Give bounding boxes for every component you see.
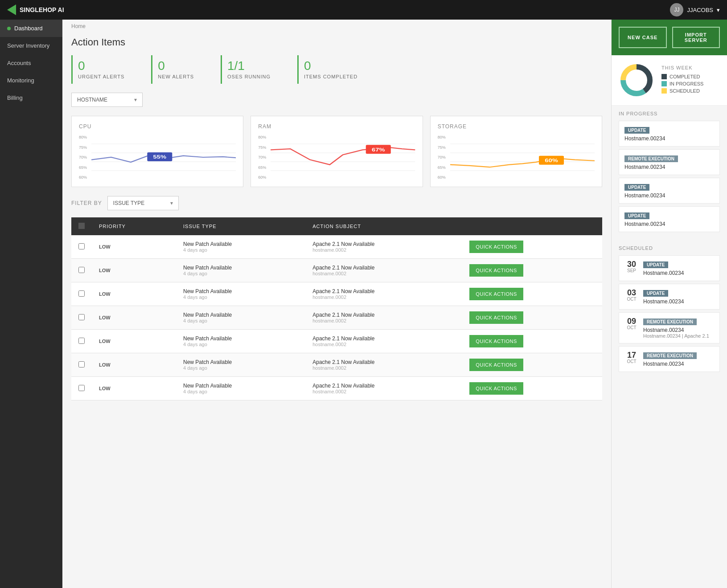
svg-text:55%: 55% — [153, 154, 167, 160]
row-actions: QUICK ACTIONS — [462, 330, 602, 353]
item-tag: UPDATE — [624, 212, 649, 219]
scheduled-title: SCHEDULED — [619, 245, 720, 251]
row-issue-type: New Patch Available 4 days ago — [176, 282, 305, 306]
in-progress-item: UPDATE Hostname.00234 — [619, 206, 720, 232]
stat-urgent-alerts: 0 URGENT ALERTS — [71, 55, 138, 84]
chart-y-labels: 80% 75% 70% 65% 60% — [79, 135, 87, 180]
sidebar-item-label: Monitoring — [7, 77, 34, 84]
storage-chart-svg: 60% — [450, 135, 595, 180]
scheduled-date: 03 OCT — [624, 289, 639, 302]
donut-chart-svg — [619, 62, 654, 98]
in-progress-item: UPDATE Hostname.00234 — [619, 121, 720, 147]
row-priority: LOW — [92, 306, 176, 330]
quick-actions-button[interactable]: QUICK ACTIONS — [469, 241, 523, 253]
stat-number: 0 — [304, 60, 357, 72]
scheduled-section: SCHEDULED 30 SEP UPDATE Hostname.00234 0… — [612, 240, 727, 380]
cpu-chart-svg: 55% — [91, 135, 236, 180]
avatar: JJ — [670, 3, 683, 16]
scheduled-date: 17 OCT — [624, 351, 639, 364]
stats-row: 0 URGENT ALERTS 0 NEW ALERTS 1/1 OSES RU… — [62, 55, 611, 93]
brand-label: SINGLEHOP AI — [20, 6, 64, 13]
stat-label: ITEMS COMPLETED — [304, 74, 357, 79]
row-checkbox[interactable] — [78, 314, 85, 320]
in-progress-item: UPDATE Hostname.00234 — [619, 178, 720, 204]
quick-actions-button[interactable]: QUICK ACTIONS — [469, 359, 523, 371]
cpu-chart: CPU 80% 75% 70% 65% 60% — [71, 116, 243, 187]
item-tag: REMOTE EXECUTION — [624, 155, 678, 162]
quick-actions-button[interactable]: QUICK ACTIONS — [469, 335, 523, 347]
item-tag: UPDATE — [643, 261, 668, 268]
row-priority: LOW — [92, 259, 176, 282]
sidebar-item-dashboard[interactable]: Dashboard — [0, 20, 62, 37]
chevron-down-icon: ▾ — [134, 97, 137, 103]
row-checkbox-cell — [71, 353, 92, 377]
user-menu[interactable]: JJ JJACOBS ▾ — [670, 3, 720, 16]
row-checkbox-cell — [71, 259, 92, 282]
row-checkbox[interactable] — [78, 243, 85, 249]
stat-number: 0 — [78, 60, 124, 72]
page-title: Action Items — [62, 33, 611, 55]
row-checkbox-cell — [71, 235, 92, 259]
table-row: LOW New Patch Available 4 days ago Apach… — [71, 259, 602, 282]
quick-actions-button[interactable]: QUICK ACTIONS — [469, 264, 523, 277]
row-checkbox[interactable] — [78, 361, 85, 368]
active-indicator — [7, 27, 11, 30]
item-tag: REMOTE EXECUTION — [643, 352, 697, 359]
chart-title: STORAGE — [438, 123, 595, 130]
row-action-subject: Apache 2.1 Now Available hostname.0002 — [305, 330, 462, 353]
sidebar-item-server-inventory[interactable]: Server Inventory — [0, 37, 62, 54]
legend-in-progress: IN PROGRESS — [661, 81, 720, 86]
hostname-dropdown[interactable]: HOSTNAME ▾ — [71, 93, 143, 107]
row-checkbox-cell — [71, 377, 92, 400]
item-hostname: Hostname.00234 — [624, 164, 714, 170]
stat-new-alerts: 0 NEW ALERTS — [151, 55, 207, 84]
in-progress-title: IN PROGRESS — [619, 111, 720, 116]
table-header-issue-type: ISSUE TYPE — [176, 217, 305, 235]
stat-items-completed: 0 ITEMS COMPLETED — [297, 55, 371, 84]
sidebar-item-billing[interactable]: Billing — [0, 89, 62, 106]
legend-label-scheduled: SCHEDULED — [669, 88, 700, 94]
legend-color-in-progress — [661, 81, 667, 86]
item-sub: Hostname.00234 | Apache 2.1 — [643, 333, 714, 339]
issue-type-dropdown[interactable]: ISSUE TYPE ▾ — [107, 196, 179, 210]
new-case-button[interactable]: NEW CASE — [619, 27, 667, 48]
charts-row: CPU 80% 75% 70% 65% 60% — [62, 116, 611, 196]
quick-actions-button[interactable]: QUICK ACTIONS — [469, 311, 523, 324]
panel-buttons: NEW CASE IMPORT SERVER — [612, 20, 727, 55]
legend-label-completed: COMPLETED — [669, 74, 700, 79]
item-hostname: Hostname.00234 — [643, 327, 714, 333]
row-action-subject: Apache 2.1 Now Available hostname.0002 — [305, 377, 462, 400]
row-issue-type: New Patch Available 4 days ago — [176, 306, 305, 330]
quick-actions-button[interactable]: QUICK ACTIONS — [469, 382, 523, 395]
table-section: PRIORITY ISSUE TYPE ACTION SUBJECT LOW N… — [62, 210, 611, 408]
item-hostname: Hostname.00234 — [643, 298, 714, 305]
row-checkbox[interactable] — [78, 290, 85, 297]
table-row: LOW New Patch Available 4 days ago Apach… — [71, 282, 602, 306]
chart-area: 80% 75% 70% 65% 60% — [438, 135, 595, 180]
scheduled-info: REMOTE EXECUTION Hostname.00234 Hostname… — [643, 317, 714, 339]
donut-legend: THIS WEEK COMPLETED IN PROGRESS SCHEDULE… — [661, 65, 720, 95]
import-server-button[interactable]: IMPORT SERVER — [672, 27, 720, 48]
table-header-priority: PRIORITY — [92, 217, 176, 235]
row-checkbox[interactable] — [78, 385, 85, 391]
quick-actions-button[interactable]: QUICK ACTIONS — [469, 288, 523, 300]
item-tag: UPDATE — [624, 127, 649, 134]
sidebar-item-monitoring[interactable]: Monitoring — [0, 72, 62, 89]
row-checkbox[interactable] — [78, 267, 85, 273]
row-actions: QUICK ACTIONS — [462, 259, 602, 282]
sidebar: Dashboard Server Inventory Accounts Moni… — [0, 20, 62, 588]
sidebar-item-accounts[interactable]: Accounts — [0, 54, 62, 72]
chart-title: CPU — [79, 123, 236, 130]
select-all-checkbox[interactable] — [78, 223, 85, 229]
legend-scheduled: SCHEDULED — [661, 88, 720, 94]
scheduled-item: 09 OCT REMOTE EXECUTION Hostname.00234 H… — [619, 312, 720, 343]
item-hostname: Hostname.00234 — [624, 135, 714, 142]
stat-number: 0 — [158, 60, 194, 72]
item-hostname: Hostname.00234 — [624, 221, 714, 227]
row-actions: QUICK ACTIONS — [462, 306, 602, 330]
table-row: LOW New Patch Available 4 days ago Apach… — [71, 353, 602, 377]
donut-section: THIS WEEK COMPLETED IN PROGRESS SCHEDULE… — [612, 55, 727, 106]
row-checkbox[interactable] — [78, 338, 85, 344]
row-actions: QUICK ACTIONS — [462, 282, 602, 306]
scheduled-item: 30 SEP UPDATE Hostname.00234 — [619, 255, 720, 281]
